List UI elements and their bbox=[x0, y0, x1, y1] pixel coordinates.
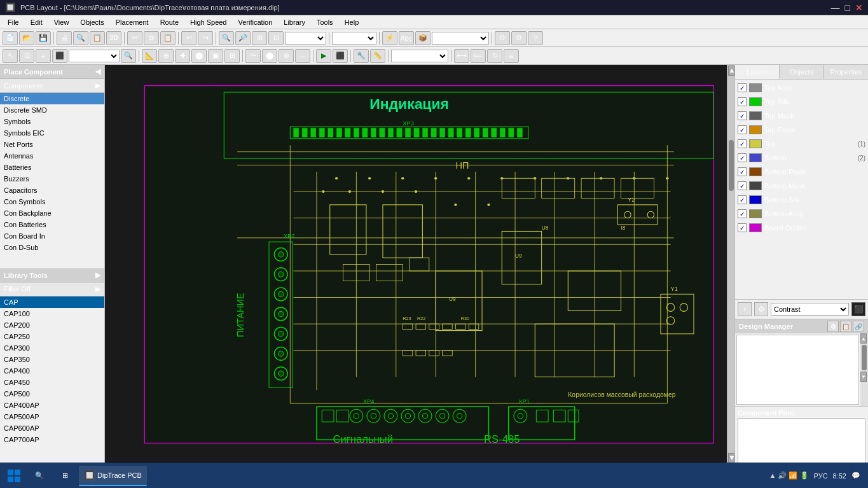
close-button[interactable]: ✕ bbox=[855, 3, 863, 13]
comp-item-discrete[interactable]: Discrete bbox=[0, 93, 104, 104]
dm-item-3[interactable]: C4 - CAP_0805 bbox=[737, 366, 858, 376]
3d-button[interactable]: 3D bbox=[106, 31, 121, 45]
comp-item-con-board-in[interactable]: Con Board In bbox=[0, 230, 104, 242]
run-button[interactable]: ▶ bbox=[316, 49, 331, 63]
layer-check-2[interactable] bbox=[738, 111, 747, 120]
comp-item-buzzers[interactable]: Buzzers bbox=[0, 173, 104, 185]
layer-item-bottom-assy[interactable]: Bottom Assy bbox=[735, 207, 868, 221]
pcb-canvas-area[interactable]: Индикация XP3 bbox=[105, 65, 727, 464]
vscroll-thumb[interactable] bbox=[729, 140, 734, 191]
erc-button[interactable]: ⚙ bbox=[495, 31, 510, 45]
layer-item-bottom-mask[interactable]: Bottom Mask bbox=[735, 179, 868, 193]
search-button[interactable]: 🔍 bbox=[121, 49, 136, 63]
tray-lang[interactable]: РУС bbox=[814, 472, 828, 480]
contrast-select[interactable]: Contrast Normal Dim bbox=[771, 303, 849, 316]
tab-layers[interactable]: Layers bbox=[735, 65, 780, 79]
save-button[interactable]: 💾 bbox=[36, 31, 51, 45]
dm-btn-3[interactable]: 🔗 bbox=[853, 321, 864, 332]
menu-library[interactable]: Library bbox=[279, 15, 310, 29]
filter-cap500ap[interactable]: CAP500AP bbox=[0, 411, 104, 422]
side-select[interactable]: Top Side bbox=[69, 50, 120, 62]
align-button[interactable]: ≡ bbox=[504, 49, 519, 63]
dm-item-5[interactable]: C6 - CAP_0805 bbox=[737, 386, 858, 396]
highlight-button[interactable]: ⬛ bbox=[52, 49, 67, 63]
layer-assy-select[interactable]: Top Assy bbox=[432, 32, 489, 45]
dm-btn-2[interactable]: 📋 bbox=[840, 321, 851, 332]
table-button[interactable]: ⊞ bbox=[224, 49, 240, 63]
layer-check-7[interactable] bbox=[738, 181, 747, 190]
rules-button[interactable]: 📏 bbox=[370, 49, 385, 63]
layer-add-button[interactable]: + bbox=[738, 302, 752, 316]
tab-properties[interactable]: Properties bbox=[824, 65, 868, 79]
comp-item-con-d-sub[interactable]: Con D-Sub bbox=[0, 242, 104, 253]
stop-button[interactable]: ⬛ bbox=[333, 49, 348, 63]
layer-check-1[interactable] bbox=[738, 97, 747, 106]
export-button[interactable]: 📋 bbox=[90, 31, 105, 45]
layer2-select[interactable]: Top (1) bbox=[391, 50, 448, 62]
dm-item-6[interactable]: C7 - CAP_0805 bbox=[737, 396, 858, 405]
comp-item-symbols[interactable]: Symbols bbox=[0, 116, 104, 127]
layer-check-3[interactable] bbox=[738, 125, 747, 134]
copy-button[interactable]: ⧉ bbox=[144, 31, 159, 45]
tab-objects[interactable]: Objects bbox=[780, 65, 824, 79]
menu-verification[interactable]: Verification bbox=[233, 15, 278, 29]
comp-item-symbols-eic[interactable]: Symbols EIC bbox=[0, 127, 104, 139]
component-list[interactable]: Discrete Discrete SMD Symbols Symbols EI… bbox=[0, 93, 104, 268]
open-button[interactable]: 📂 bbox=[19, 31, 34, 45]
print-preview-button[interactable]: 🔍 bbox=[73, 31, 88, 45]
zoom-in-button[interactable]: 🔍 bbox=[219, 31, 234, 45]
maximize-button[interactable]: □ bbox=[845, 3, 850, 13]
route-button[interactable]: ⬤ bbox=[191, 49, 207, 63]
layer-color-button[interactable]: ⬛ bbox=[851, 302, 865, 316]
comp-item-con-backplane[interactable]: Con Backplane bbox=[0, 207, 104, 219]
design-manager-list[interactable]: C1 - CAP_0805C2 - CAP_0805C3 - CAP_0805C… bbox=[736, 335, 859, 405]
paste-button[interactable]: 📋 bbox=[160, 31, 176, 45]
menu-objects[interactable]: Objects bbox=[75, 15, 109, 29]
minimize-button[interactable]: — bbox=[831, 3, 840, 13]
filter-header[interactable]: Filter Off ▶ bbox=[0, 282, 104, 296]
zoom-region-button[interactable]: ⊡ bbox=[268, 31, 284, 45]
dm-scrollbar[interactable]: ▲ ▼ bbox=[860, 333, 868, 406]
zoom-out-button[interactable]: 🔎 bbox=[235, 31, 251, 45]
comp-item-con-batteries[interactable]: Con Batteries bbox=[0, 219, 104, 230]
menu-edit[interactable]: Edit bbox=[25, 15, 48, 29]
filter-cap[interactable]: CAP bbox=[0, 296, 104, 308]
redo-button[interactable]: ↪ bbox=[198, 31, 213, 45]
comp-item-con-symbols[interactable]: Con Symbols bbox=[0, 196, 104, 207]
filter-cap400ap[interactable]: CAP400AP bbox=[0, 400, 104, 411]
cut-button[interactable]: ✂ bbox=[127, 31, 142, 45]
filter-cap600ap[interactable]: CAP600AP bbox=[0, 422, 104, 434]
layer-item-top-silk[interactable]: Top Silk bbox=[735, 95, 868, 109]
layer-check-5[interactable] bbox=[738, 153, 747, 162]
filter-list[interactable]: CAP CAP100 CAP200 CAP250 CAP300 CAP350 C… bbox=[0, 296, 104, 472]
layer-check-10[interactable] bbox=[738, 223, 747, 232]
dipTrace-taskbar-app[interactable]: 🔲 DipTrace PCB bbox=[79, 466, 147, 486]
flip-button[interactable]: ⟸ bbox=[471, 49, 486, 63]
comp-item-antennas[interactable]: Antennas bbox=[0, 150, 104, 162]
dm-item-2[interactable]: C3 - CAP_0805 bbox=[737, 356, 858, 366]
print-button[interactable]: 🖨 bbox=[57, 31, 72, 45]
filter-cap400[interactable]: CAP400 bbox=[0, 365, 104, 377]
drc-button[interactable]: Abc bbox=[399, 31, 414, 45]
vertical-scrollbar[interactable]: ▲ ▼ bbox=[727, 65, 734, 464]
select-button[interactable]: ↖ bbox=[3, 49, 18, 63]
filter-cap450[interactable]: CAP450 bbox=[0, 377, 104, 388]
filter-cap250[interactable]: CAP250 bbox=[0, 331, 104, 342]
layer-check-8[interactable] bbox=[738, 195, 747, 204]
layer-check-0[interactable] bbox=[738, 83, 747, 92]
dm-item-0[interactable]: C1 - CAP_0805 bbox=[737, 335, 858, 345]
layer-item-board-outline[interactable]: Board Outline bbox=[735, 221, 868, 235]
add-button[interactable]: + bbox=[36, 49, 51, 63]
filter-cap100[interactable]: CAP100 bbox=[0, 308, 104, 319]
menu-file[interactable]: File bbox=[3, 15, 24, 29]
select-area-button[interactable]: ⊡ bbox=[19, 49, 34, 63]
zoom-fit-button[interactable]: ⊞ bbox=[252, 31, 267, 45]
comp-item-net-ports[interactable]: Net Ports bbox=[0, 139, 104, 150]
new-button[interactable]: 📄 bbox=[3, 31, 18, 45]
cross-button[interactable]: ✚ bbox=[175, 49, 190, 63]
dm-item-4[interactable]: C5 - CAP_0805 bbox=[737, 376, 858, 386]
start-button[interactable] bbox=[3, 464, 25, 487]
mirror-button[interactable]: ⟷ bbox=[454, 49, 469, 63]
filter-cap200[interactable]: CAP200 bbox=[0, 319, 104, 331]
tray-notification[interactable]: 💬 bbox=[851, 471, 860, 480]
